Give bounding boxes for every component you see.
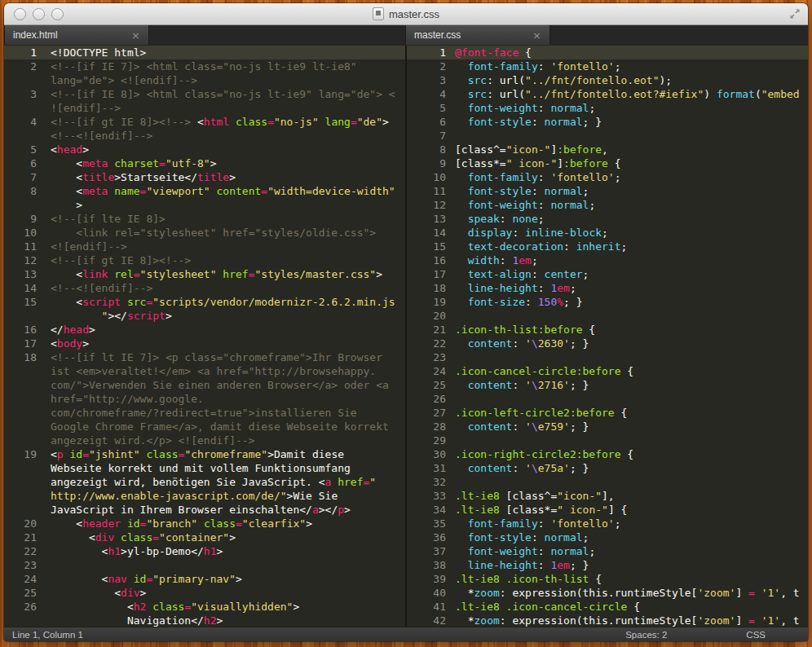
code-line[interactable]: 24 <nav id="primary-nav"> [4,572,405,586]
code-line[interactable]: 24.icon-cancel-circle:before { [407,364,808,378]
code-line[interactable]: 15 <script src="scripts/vendor/modernizr… [4,295,405,309]
code-line[interactable]: 40 *zoom: expression(this.runtimeStyle['… [407,586,808,600]
code-line[interactable]: 17<body> [4,337,405,350]
code-line[interactable]: 10 <link rel="stylesheet" href="styles/o… [4,226,405,240]
code-line[interactable]: 20 [407,309,808,323]
code-line[interactable]: 21 <div class="container"> [4,530,405,544]
code-text: line-height: 1em; [455,281,808,295]
zoom-button[interactable] [51,8,64,20]
code-line[interactable]: 22 <h1>yl-bp-Demo</h1> [4,544,405,558]
code-line[interactable]: 21.icon-th-list:before { [407,323,808,337]
code-line[interactable]: 22 content: '\2630'; } [407,337,808,350]
code-line[interactable]: 19<p id="jshint" class="chromeframe">Dam… [4,447,405,461]
code-line[interactable]: ![endif]--> [4,101,405,115]
code-line[interactable]: com/">Verwenden Sie einen anderen Browse… [4,378,405,392]
code-line[interactable]: 28 content: '\e759'; } [407,420,808,434]
code-line[interactable]: 11<![endif]--> [4,240,405,253]
code-line[interactable]: 4 src: url("../fnt/fontello.eot?#iefix")… [407,87,808,101]
code-line[interactable]: 32 [407,475,808,489]
code-line[interactable]: 25 content: '\2716'; } [407,378,808,392]
code-line[interactable]: 27.icon-left-circle2:before { [407,406,808,420]
code-line[interactable]: 10 font-family: 'fontello'; [407,170,808,184]
close-icon[interactable]: × [532,30,541,41]
code-line[interactable]: 14 display: inline-block; [407,226,808,240]
code-line[interactable]: 23 [4,558,405,572]
code-line[interactable]: ist <em>veraltet!</em> <a href="http://b… [4,364,405,378]
code-line[interactable]: 2<!--[if IE 7]> <html class="no-js lt-ie… [4,59,405,73]
code-line[interactable]: 12<!--[if gt IE 8]><!--> [4,253,405,267]
code-pane-index-html[interactable]: 1<!DOCTYPE html>2<!--[if IE 7]> <html cl… [4,46,405,627]
close-icon[interactable]: × [131,30,140,41]
code-line[interactable]: 17 text-align: center; [407,267,808,281]
code-line[interactable]: 5 font-weight: normal; [407,101,808,115]
code-line[interactable]: 36 font-style: normal; [407,530,808,544]
code-line[interactable]: 31 content: '\e75a'; } [407,461,808,475]
code-line[interactable]: http://www.enable-javascript.com/de/">Wi… [4,489,405,503]
code-line[interactable]: lang="de"> <![endif]--> [4,73,405,87]
code-line[interactable]: <!--<![endif]--> [4,129,405,143]
code-line[interactable]: "></script> [4,309,405,323]
code-line[interactable]: 14<!--<![endif]--> [4,281,405,295]
code-line[interactable]: 19 font-size: 150%; } [407,295,808,309]
close-button[interactable] [14,8,26,20]
code-line[interactable]: 42 *zoom: expression(this.runtimeStyle['… [407,614,808,627]
code-line[interactable]: 11 font-style: normal; [407,184,808,198]
code-line[interactable]: Navigation</h2> [4,614,405,627]
code-line[interactable]: 23 [407,350,808,364]
code-line[interactable]: 18 line-height: 1em; [407,281,808,295]
code-line[interactable]: 35 font-family: 'fontello'; [407,517,808,530]
code-line[interactable]: 1@font-face { [407,46,808,59]
code-line[interactable]: 7 <title>Startseite</title> [4,170,405,184]
tab-master-css[interactable]: master.css × [405,25,550,45]
code-line[interactable]: 13 speak: none; [407,212,808,226]
code-line[interactable]: 4<!--[if gt IE 8]><!--> <html class="no-… [4,115,405,129]
code-line[interactable]: 1<!DOCTYPE html> [4,46,405,59]
code-line[interactable]: 12 font-weight: normal; [407,198,808,212]
code-line[interactable]: 38 line-height: 1em; } [407,558,808,572]
code-line[interactable]: JavaScript in Ihrem Browser einschalten<… [4,503,405,517]
syntax-setting[interactable]: CSS [746,630,766,640]
code-line[interactable]: 7 [407,129,808,143]
code-line[interactable]: 6 <meta charset="utf-8"> [4,156,405,170]
code-line[interactable]: 25 <div> [4,586,405,600]
code-line[interactable]: 18<!--[if lt IE 7]> <p class="chromefram… [4,350,405,364]
code-line[interactable]: angezeigt wird.</p> <![endif]--> [4,434,405,447]
code-line[interactable]: 30.icon-right-circle2:before { [407,447,808,461]
code-line[interactable]: 29 [407,434,808,447]
fullscreen-button[interactable] [788,7,801,20]
code-line[interactable]: 3<!--[if IE 8]> <html class="no-js lt-ie… [4,87,405,101]
code-line[interactable]: 26 [407,392,808,406]
code-line[interactable]: 37 font-weight: normal; [407,544,808,558]
code-line[interactable]: 3 src: url("../fnt/fontello.eot"); [407,73,808,87]
code-line[interactable]: 33.lt-ie8 [class^="icon-"], [407,489,808,503]
code-line[interactable]: 41.lt-ie8 .icon-cancel-circle { [407,600,808,614]
code-line[interactable]: 9[class*=" icon-"]:before { [407,156,808,170]
code-line[interactable]: com/chromeframe/?redirect=true">installi… [4,406,405,420]
code-line[interactable]: 5<head> [4,143,405,156]
code-line[interactable]: 15 text-decoration: inherit; [407,240,808,253]
code-line[interactable]: 16</head> [4,323,405,337]
code-line[interactable]: 9<!--[if lte IE 8]> [4,212,405,226]
code-line[interactable]: 6 font-style: normal; } [407,115,808,129]
code-line[interactable]: 8 <meta name="viewport" content="width=d… [4,184,405,198]
code-line[interactable]: 8[class^="icon-"]:before, [407,143,808,156]
line-number: 9 [407,156,446,170]
code-line[interactable]: 16 width: 1em; [407,253,808,267]
minimize-button[interactable] [33,8,45,20]
code-line[interactable]: 13 <link rel="stylesheet" href="styles/m… [4,267,405,281]
code-line[interactable]: 39.lt-ie8 .icon-th-list { [407,572,808,586]
code-line[interactable]: > [4,198,405,212]
code-line[interactable]: Google Chrome Frame</a>, damit diese Web… [4,420,405,434]
line-number [4,614,37,627]
code-line[interactable]: 26 <h2 class="visuallyhidden"> [4,600,405,614]
indentation-setting[interactable]: Spaces: 2 [625,630,667,640]
tab-index-html[interactable]: index.html × [4,25,149,45]
code-line[interactable]: 2 font-family: 'fontello'; [407,59,808,73]
code-line[interactable]: Webseite korrekt und mit vollem Funktion… [4,461,405,475]
code-line[interactable]: 20 <header id="branch" class="clearfix"> [4,517,405,530]
title-bar[interactable]: master.css [4,3,808,25]
code-line[interactable]: href="http://www.google. [4,392,405,406]
code-line[interactable]: angezeigt wird, benötigen Sie JavaScript… [4,475,405,489]
code-pane-master-css[interactable]: 1@font-face {2 font-family: 'fontello';3… [405,46,808,627]
code-line[interactable]: 34.lt-ie8 [class*=" icon-"] { [407,503,808,517]
